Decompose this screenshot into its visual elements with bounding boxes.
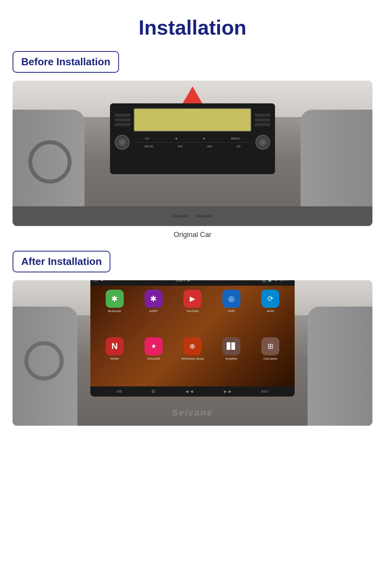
before-installation-badge: Before Installation [13, 51, 119, 73]
app-wheelkey[interactable]: ⊕ Wheelkey Study [174, 337, 211, 382]
app-amplifier[interactable]: ▊▊ Amplifier [213, 337, 250, 382]
nav-rst[interactable]: RST [261, 390, 268, 393]
page-title: Installation [0, 8, 385, 39]
app-bluetooth[interactable]: ✱ Bluetooth [96, 290, 133, 335]
nav-back[interactable]: ◄◄ [185, 389, 194, 394]
after-installation-image: ⌂ ✦ 5:28 PM 📷 🔊 ✕ ▭ ⟵ ✱ Bluetooth [13, 280, 372, 426]
before-installation-caption: Original Car [0, 231, 385, 239]
after-installation-label: After Installation [21, 255, 102, 268]
before-installation-image: CD ◄ ► MENU MUTE FM AM AS [13, 81, 372, 226]
app-netflix[interactable]: N Netflix [96, 337, 133, 382]
status-time: 5:28 PM [176, 280, 190, 282]
app-siriusxm[interactable]: ★ SiriusXM [135, 337, 172, 382]
app-youtube[interactable]: ▶ YouTube [174, 290, 211, 335]
app-calculator[interactable]: ⊞ Calculator [252, 337, 289, 382]
after-installation-badge: After Installation [13, 251, 110, 272]
app-avin[interactable]: ⟳ AVIN [252, 290, 289, 335]
nav-we[interactable]: WE [117, 390, 123, 393]
nav-forward[interactable]: ►► [223, 389, 233, 394]
nav-settings[interactable]: ⚙ [151, 389, 156, 394]
app-dvr[interactable]: ◎ DVR [213, 290, 250, 335]
before-installation-label: Before Installation [21, 56, 110, 68]
app-a2dp[interactable]: ✱ A2DP [135, 290, 172, 335]
seicane-logo: Seicane [172, 408, 213, 418]
